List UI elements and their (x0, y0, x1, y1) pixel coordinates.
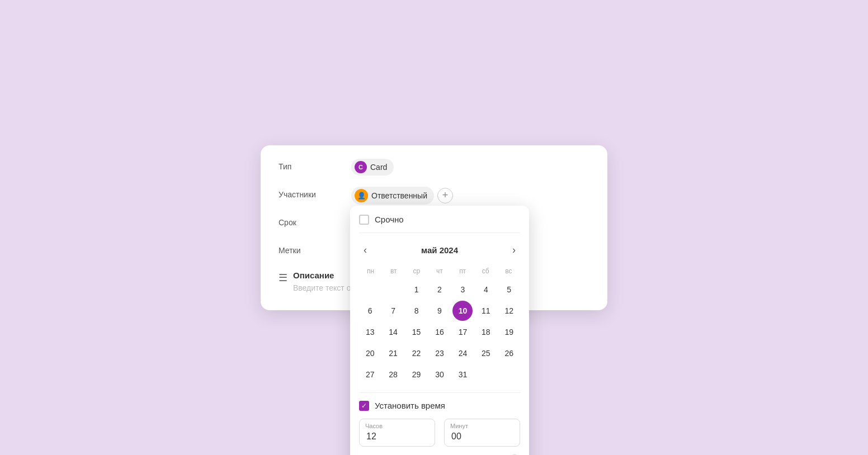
day-2[interactable]: 2 (430, 279, 450, 300)
day-empty (499, 364, 519, 385)
hours-label: Часов (365, 423, 383, 429)
day-header-tue: вт (382, 265, 405, 277)
day-header-wed: ср (405, 265, 428, 277)
next-month-button[interactable]: › (508, 242, 520, 258)
day-28[interactable]: 28 (383, 364, 403, 385)
set-time-checkbox[interactable] (359, 401, 369, 411)
month-title: май 2024 (421, 245, 458, 255)
day-23[interactable]: 23 (430, 343, 450, 363)
description-icon: ☰ (279, 272, 287, 284)
participant-name: Ответственный (371, 191, 427, 200)
day-14[interactable]: 14 (383, 322, 403, 342)
day-9[interactable]: 9 (430, 301, 450, 321)
day-4[interactable]: 4 (476, 279, 496, 300)
add-participant-button[interactable]: + (437, 188, 453, 203)
day-13[interactable]: 13 (360, 322, 380, 342)
day-19[interactable]: 19 (499, 322, 519, 342)
participant-chip[interactable]: 👤 Ответственный (351, 187, 434, 205)
urgent-checkbox[interactable] (359, 215, 369, 225)
day-empty (360, 279, 380, 300)
day-27[interactable]: 27 (360, 364, 380, 385)
type-row: Тип C Card (279, 159, 589, 177)
day-24[interactable]: 24 (452, 343, 473, 363)
calendar-grid: пн вт ср чт пт сб вс 1234567891011121314… (359, 265, 520, 385)
day-7[interactable]: 7 (383, 301, 403, 321)
day-25[interactable]: 25 (476, 343, 496, 363)
day-6[interactable]: 6 (360, 301, 380, 321)
urgent-label: Срочно (375, 215, 404, 224)
minutes-label: Минут (450, 423, 468, 429)
type-chip[interactable]: C Card (351, 159, 394, 176)
day-18[interactable]: 18 (476, 322, 496, 342)
prev-month-button[interactable]: ‹ (359, 242, 371, 258)
type-chip-label: Card (370, 163, 387, 172)
set-time-row: Установить время (359, 401, 520, 411)
participants-label: Участники (279, 187, 351, 199)
hours-field: Часов (359, 419, 435, 447)
day-header-mon: пн (359, 265, 382, 277)
calendar-popup: Срочно ‹ май 2024 › пн вт ср чт пт сб вс… (350, 206, 529, 456)
card-panel: Тип C Card Участники 👤 Ответственный + С… (261, 145, 607, 310)
calendar-divider (359, 392, 520, 393)
day-8[interactable]: 8 (407, 301, 427, 321)
day-header-thu: чт (428, 265, 451, 277)
labels-label: Метки (279, 243, 351, 255)
day-header-sun: вс (497, 265, 520, 277)
day-16[interactable]: 16 (430, 322, 450, 342)
day-17[interactable]: 17 (452, 322, 473, 342)
minutes-field: Минут (444, 419, 520, 447)
day-3[interactable]: 3 (452, 279, 473, 300)
day-22[interactable]: 22 (407, 343, 427, 363)
type-chip-avatar: C (355, 161, 367, 173)
day-30[interactable]: 30 (430, 364, 450, 385)
set-time-label: Установить время (375, 401, 445, 410)
day-29[interactable]: 29 (407, 364, 427, 385)
day-empty (383, 279, 403, 300)
type-value: C Card (351, 159, 589, 176)
day-header-sat: сб (474, 265, 497, 277)
participants-value: 👤 Ответственный + (351, 187, 589, 205)
urgent-row: Срочно (359, 215, 520, 233)
day-12[interactable]: 12 (499, 301, 519, 321)
days-grid: 1234567891011121314151617181920212223242… (359, 279, 520, 385)
day-5[interactable]: 5 (499, 279, 519, 300)
day-26[interactable]: 26 (499, 343, 519, 363)
deadline-label: Срок (279, 215, 351, 227)
day-11[interactable]: 11 (476, 301, 496, 321)
time-inputs: Часов Минут (359, 419, 520, 447)
day-empty (476, 364, 496, 385)
calendar-nav: ‹ май 2024 › (359, 242, 520, 258)
day-header-fri: пт (451, 265, 474, 277)
day-20[interactable]: 20 (360, 343, 380, 363)
day-10[interactable]: 10 (452, 301, 473, 321)
day-headers: пн вт ср чт пт сб вс (359, 265, 520, 277)
participants-row: Участники 👤 Ответственный + (279, 187, 589, 205)
participant-avatar: 👤 (355, 189, 368, 202)
day-1[interactable]: 1 (407, 279, 427, 300)
day-31[interactable]: 31 (452, 364, 473, 385)
day-15[interactable]: 15 (407, 322, 427, 342)
type-label: Тип (279, 159, 351, 171)
day-21[interactable]: 21 (383, 343, 403, 363)
